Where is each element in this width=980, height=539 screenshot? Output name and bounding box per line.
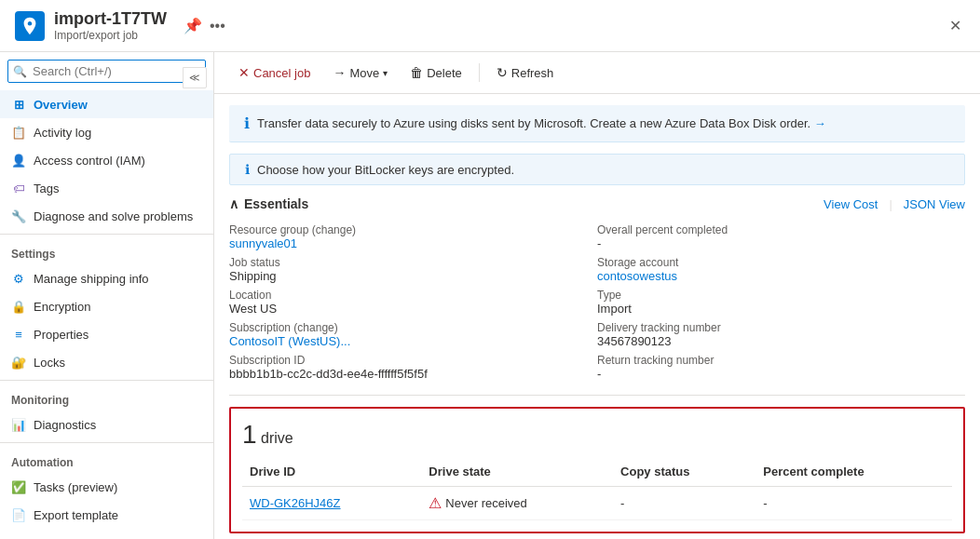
toolbar-divider <box>479 63 480 82</box>
resource-icon <box>15 11 45 41</box>
delete-button[interactable]: 🗑 Delete <box>401 60 471 86</box>
subscription-id-item: Subscription ID bbbb1b1b-cc2c-dd3d-ee4e-… <box>229 351 597 384</box>
drive-state-cell: ⚠ Never received <box>421 487 613 520</box>
bitlocker-text: Choose how your BitLocker keys are encry… <box>257 163 514 177</box>
percent-complete-cell: - <box>755 487 952 520</box>
toolbar: ✕ Cancel job → Move ▾ 🗑 Delete ↻ Refresh <box>214 52 980 94</box>
view-cost-link[interactable]: View Cost <box>823 197 878 211</box>
essentials-header: ∧ Essentials View Cost | JSON View <box>229 196 965 211</box>
move-label: Move <box>349 66 379 80</box>
refresh-label: Refresh <box>511 66 554 80</box>
export-template-icon: 📄 <box>11 507 26 522</box>
move-button[interactable]: → Move ▾ <box>323 60 397 86</box>
access-control-icon: 👤 <box>11 153 26 168</box>
sidebar-item-label: Tags <box>34 182 59 195</box>
collapse-sidebar-button[interactable]: ≪ <box>183 67 207 88</box>
sidebar-item-tasks[interactable]: ✅ Tasks (preview) <box>0 473 213 501</box>
diagnostics-icon: 📊 <box>11 417 26 432</box>
sidebar-item-locks[interactable]: 🔐 Locks <box>0 348 213 376</box>
copy-status-cell: - <box>613 487 755 520</box>
cancel-job-button[interactable]: ✕ Cancel job <box>229 60 320 86</box>
subscription-value[interactable]: ContosoIT (WestUS)... <box>229 334 597 348</box>
location-item: Location West US <box>229 286 597 318</box>
refresh-icon: ↻ <box>497 65 508 80</box>
sidebar-item-label: Encryption <box>34 300 90 314</box>
cancel-job-label: Cancel job <box>253 66 310 80</box>
delete-icon: 🗑 <box>410 65 423 80</box>
move-chevron-icon: ▾ <box>383 68 388 78</box>
error-icon: ⚠ <box>429 494 442 512</box>
tags-icon: 🏷 <box>11 181 26 195</box>
monitoring-section-label: Monitoring <box>0 384 213 411</box>
bitlocker-banner: ℹ Choose how your BitLocker keys are enc… <box>229 154 965 185</box>
delivery-tracking-item: Delivery tracking number 34567890123 <box>597 318 965 351</box>
drives-table: Drive ID Drive state Copy status Percent… <box>242 461 952 520</box>
sidebar-item-properties[interactable]: ≡ Properties <box>0 320 213 348</box>
sidebar-item-access-control[interactable]: 👤 Access control (IAM) <box>0 146 213 174</box>
sidebar-item-diagnose[interactable]: 🔧 Diagnose and solve problems <box>0 202 213 230</box>
activity-log-icon: 📋 <box>11 125 26 140</box>
storage-account-label: Storage account <box>597 256 965 269</box>
location-value: West US <box>229 302 597 316</box>
col-drive-id: Drive ID <box>242 461 421 487</box>
bitlocker-info-icon: ℹ <box>245 162 250 177</box>
delivery-tracking-label: Delivery tracking number <box>597 321 965 334</box>
storage-account-value[interactable]: contosowestus <box>597 269 965 283</box>
sidebar-item-label: Diagnostics <box>34 418 96 432</box>
resource-group-item: Resource group (change) sunnyvale01 <box>229 221 597 253</box>
top-bar-actions: 📌 ••• <box>184 17 225 34</box>
sidebar-item-activity-log[interactable]: 📋 Activity log <box>0 118 213 146</box>
close-button[interactable]: ✕ <box>946 13 965 38</box>
resource-title: import-1T7TW Import/export job <box>54 9 167 42</box>
data-box-link[interactable]: → <box>814 116 826 130</box>
sidebar-item-label: Tasks (preview) <box>34 480 117 494</box>
sidebar-divider-settings <box>0 234 213 235</box>
col-copy-status: Copy status <box>613 461 755 487</box>
sidebar-item-manage-shipping[interactable]: ⚙ Manage shipping info <box>0 264 213 292</box>
delivery-tracking-value: 34567890123 <box>597 334 965 348</box>
search-input[interactable] <box>7 60 206 83</box>
collapse-essentials-icon: ∧ <box>229 196 238 211</box>
overview-icon: ⊞ <box>11 97 26 112</box>
move-icon: → <box>333 65 346 80</box>
resource-subtitle: Import/export job <box>54 29 167 42</box>
locks-icon: 🔐 <box>11 355 26 370</box>
drive-state-value: ⚠ Never received <box>429 494 606 512</box>
drive-id-cell: WD-GK26HJ46Z <box>242 487 421 520</box>
resource-group-value[interactable]: sunnyvale01 <box>229 236 597 250</box>
return-tracking-label: Return tracking number <box>597 354 965 367</box>
overall-percent-label: Overall percent completed <box>597 223 965 236</box>
drive-id-link[interactable]: WD-GK26HJ46Z <box>250 496 341 510</box>
essentials-title-label: Essentials <box>244 196 308 211</box>
essentials-title[interactable]: ∧ Essentials <box>229 196 308 211</box>
sidebar: 🔍 ≪ ⊞ Overview 📋 Activity log 👤 Access c… <box>0 52 214 539</box>
content-area: ✕ Cancel job → Move ▾ 🗑 Delete ↻ Refresh… <box>214 52 980 539</box>
pin-icon[interactable]: 📌 <box>184 17 202 34</box>
automation-section-label: Automation <box>0 447 213 473</box>
subscription-item: Subscription (change) ContosoIT (WestUS)… <box>229 318 597 351</box>
sidebar-item-label: Properties <box>34 328 88 342</box>
return-tracking-value: - <box>597 367 965 381</box>
delete-label: Delete <box>427 66 462 80</box>
tasks-icon: ✅ <box>11 479 26 494</box>
subscription-label: Subscription (change) <box>229 321 597 334</box>
properties-icon: ≡ <box>11 327 26 342</box>
drive-state-text: Never received <box>445 496 526 510</box>
type-value: Import <box>597 302 965 316</box>
shipping-icon: ⚙ <box>11 271 26 286</box>
subscription-id-value: bbbb1b1b-cc2c-dd3d-ee4e-ffffff5f5f5f <box>229 367 597 381</box>
json-view-link[interactable]: JSON View <box>904 197 965 211</box>
job-status-value: Shipping <box>229 269 597 283</box>
sidebar-item-overview[interactable]: ⊞ Overview <box>0 90 213 118</box>
search-icon: 🔍 <box>13 65 27 78</box>
sidebar-item-encryption[interactable]: 🔒 Encryption <box>0 292 213 320</box>
sidebar-item-tags[interactable]: 🏷 Tags <box>0 174 213 202</box>
top-bar: import-1T7TW Import/export job 📌 ••• ✕ <box>0 0 980 52</box>
sidebar-divider-monitoring <box>0 380 213 381</box>
sidebar-item-export-template[interactable]: 📄 Export template <box>0 501 213 529</box>
sidebar-item-diagnostics[interactable]: 📊 Diagnostics <box>0 411 213 438</box>
more-icon[interactable]: ••• <box>210 18 225 34</box>
search-container: 🔍 ≪ <box>7 60 206 83</box>
overall-percent-value: - <box>597 236 965 250</box>
refresh-button[interactable]: ↻ Refresh <box>487 60 564 86</box>
